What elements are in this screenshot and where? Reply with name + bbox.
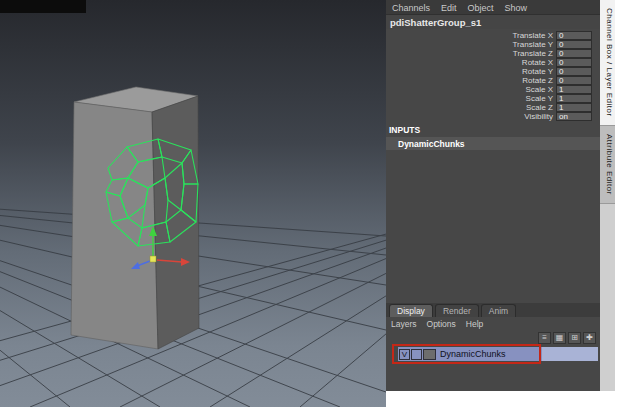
- layer-name[interactable]: DynamicChunks: [436, 349, 542, 359]
- layer-editor-menubar: Layers Options Help: [386, 317, 600, 330]
- maya-window: Channels Edit Object Show pdiShatterGrou…: [0, 0, 630, 407]
- attribute-row: Scale Z 1: [386, 103, 600, 112]
- box-mesh[interactable]: [71, 87, 199, 349]
- layer-display-type-toggle[interactable]: [411, 349, 422, 360]
- attribute-row: Rotate Y 0: [386, 67, 600, 76]
- attribute-row: Scale X 1: [386, 85, 600, 94]
- tab-render[interactable]: Render: [435, 304, 479, 317]
- layer-row-tail: [542, 347, 598, 361]
- panel-menubar-fragment: [0, 0, 86, 13]
- menu-show[interactable]: Show: [505, 3, 528, 14]
- layer-editor-tabs: Display Render Anim: [386, 303, 600, 317]
- new-layer-icon[interactable]: ⊞: [568, 332, 581, 344]
- attribute-label[interactable]: Translate Z: [513, 49, 553, 58]
- layer-row-dynamicchunks[interactable]: V DynamicChunks: [398, 347, 598, 361]
- layer-list-icon[interactable]: ≡: [538, 332, 551, 344]
- menu-options[interactable]: Options: [427, 319, 456, 330]
- attribute-label[interactable]: Rotate Y: [522, 67, 553, 76]
- attribute-label[interactable]: Visibility: [524, 112, 553, 121]
- attribute-value-field[interactable]: 0: [556, 76, 592, 85]
- layer-editor-icon-row: ≡ ▦ ⊞ ✚: [386, 330, 600, 345]
- attribute-row: Visibility on: [386, 112, 600, 121]
- attribute-row: Rotate Z 0: [386, 76, 600, 85]
- attribute-row: Scale Y 1: [386, 94, 600, 103]
- box-side-face[interactable]: [152, 96, 199, 349]
- attribute-value-field[interactable]: 0: [556, 67, 592, 76]
- inputs-section-header: INPUTS: [386, 121, 600, 136]
- attribute-label[interactable]: Scale Z: [526, 103, 553, 112]
- attribute-row: Translate X 0: [386, 31, 600, 40]
- attribute-value-field[interactable]: 0: [556, 58, 592, 67]
- node-name[interactable]: pdiShatterGroup_s1: [386, 15, 600, 29]
- layer-list: V DynamicChunks: [386, 345, 600, 389]
- attribute-value-field[interactable]: 1: [556, 85, 592, 94]
- attribute-label[interactable]: Translate Y: [513, 40, 553, 49]
- menu-help[interactable]: Help: [466, 319, 483, 330]
- 3d-viewport[interactable]: [0, 0, 386, 407]
- menu-channels[interactable]: Channels: [392, 3, 430, 14]
- attribute-row: Rotate X 0: [386, 58, 600, 67]
- attribute-label[interactable]: Rotate Z: [522, 76, 553, 85]
- attribute-row: Translate Y 0: [386, 40, 600, 49]
- attribute-value-field[interactable]: on: [556, 112, 592, 121]
- tab-channel-box-layer-editor[interactable]: Channel Box / Layer Editor: [600, 0, 615, 126]
- tab-display[interactable]: Display: [389, 304, 433, 317]
- channel-box-menubar: Channels Edit Object Show: [386, 0, 600, 15]
- input-node-dynamicchunks[interactable]: DynamicChunks: [386, 137, 600, 150]
- attribute-value-field[interactable]: 1: [556, 103, 592, 112]
- attribute-value-field[interactable]: 0: [556, 49, 592, 58]
- attribute-label[interactable]: Translate X: [512, 31, 553, 40]
- menu-edit[interactable]: Edit: [441, 3, 457, 14]
- attribute-list: Translate X 0 Translate Y 0 Translate Z …: [386, 29, 600, 121]
- tab-attribute-editor[interactable]: Attribute Editor: [600, 126, 615, 204]
- attribute-value-field[interactable]: 0: [556, 31, 592, 40]
- new-empty-layer-icon[interactable]: ▦: [553, 332, 566, 344]
- menu-layers[interactable]: Layers: [391, 319, 417, 330]
- attribute-label[interactable]: Rotate X: [522, 58, 553, 67]
- sidebar-tab-strip: Channel Box / Layer Editor Attribute Edi…: [600, 0, 615, 391]
- menu-object[interactable]: Object: [468, 3, 494, 14]
- attribute-value-field[interactable]: 1: [556, 94, 592, 103]
- viewport-canvas[interactable]: [0, 0, 386, 407]
- tab-anim[interactable]: Anim: [481, 304, 516, 317]
- layer-visibility-toggle[interactable]: V: [399, 349, 410, 360]
- attribute-value-field[interactable]: 0: [556, 40, 592, 49]
- attribute-row: Translate Z 0: [386, 49, 600, 58]
- box-front-face[interactable]: [71, 102, 158, 349]
- layer-editor: Display Render Anim Layers Options Help …: [386, 303, 600, 391]
- attribute-label[interactable]: Scale X: [525, 85, 553, 94]
- attribute-label[interactable]: Scale Y: [526, 94, 553, 103]
- layer-color-swatch[interactable]: [423, 349, 436, 360]
- new-layer-from-selected-icon[interactable]: ✚: [583, 332, 596, 344]
- channel-box-panel: Channels Edit Object Show pdiShatterGrou…: [386, 0, 600, 391]
- manipulator-center-handle[interactable]: [150, 256, 156, 262]
